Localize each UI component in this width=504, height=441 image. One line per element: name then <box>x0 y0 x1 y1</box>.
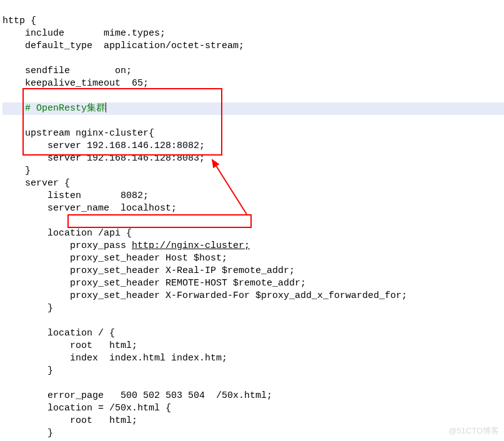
comment-text: # OpenResty集群 <box>25 103 106 114</box>
code-line: index index.html index.htm; <box>2 353 227 364</box>
code-line: error_page 500 502 503 504 /50x.html; <box>2 390 272 401</box>
code-line: proxy_set_header X-Real-IP $remote_addr; <box>2 265 295 276</box>
code-line: proxy_set_header REMOTE-HOST $remote_add… <box>2 278 306 289</box>
code-line: server_name localhost; <box>2 203 177 214</box>
code-line: server { <box>2 178 70 189</box>
highlighted-line: # OpenResty集群 <box>2 102 504 115</box>
text-cursor <box>106 102 106 112</box>
code-line: include mime.types; <box>2 28 166 39</box>
code-line: listen 8082; <box>2 191 149 201</box>
code-line: http { <box>2 16 36 26</box>
code-line: } <box>2 166 31 176</box>
code-line: location /api { <box>2 228 132 239</box>
proxy-pass-url: http://nginx-cluster; <box>132 240 250 251</box>
code-line: } <box>2 428 53 439</box>
nginx-config-code: http { include mime.types; default_type … <box>0 0 504 441</box>
code-line: proxy_set_header X-Forwarded-For $proxy_… <box>2 290 407 301</box>
code-line: server 192.168.146.128:8082; <box>2 141 205 151</box>
code-line: proxy_pass http://nginx-cluster; <box>2 240 250 251</box>
code-line: root html; <box>2 415 137 426</box>
code-line: } <box>2 303 53 314</box>
code-line: sendfile on; <box>2 66 132 76</box>
code-line: location = /50x.html { <box>2 403 171 414</box>
code-line: location / { <box>2 328 115 339</box>
code-line: default_type application/octet-stream; <box>2 41 244 51</box>
code-line: keepalive_timeout 65; <box>2 78 149 89</box>
code-line: proxy_set_header Host $host; <box>2 253 227 264</box>
code-line: upstream nginx-cluster{ <box>2 128 154 139</box>
code-line: } <box>2 365 53 376</box>
code-line: server 192.168.146.128:8083; <box>2 153 205 164</box>
code-line: root html; <box>2 340 137 351</box>
